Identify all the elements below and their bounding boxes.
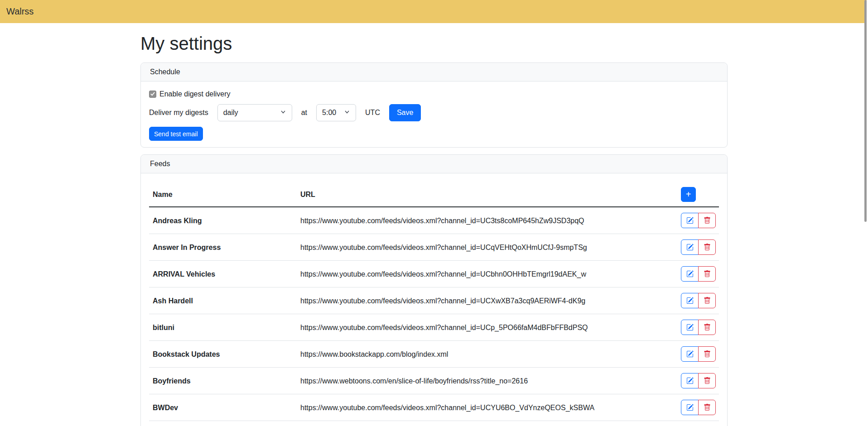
- trash-icon: [704, 244, 711, 251]
- edit-feed-button[interactable]: [681, 373, 699, 388]
- feed-row: Answer In Progress https://www.youtube.c…: [149, 234, 719, 261]
- trash-icon: [704, 377, 711, 384]
- feed-url: https://www.youtube.com/feeds/videos.xml…: [297, 394, 677, 421]
- main-container: My settings Schedule Enable digest deliv…: [140, 33, 728, 426]
- save-button[interactable]: Save: [389, 104, 421, 121]
- feeds-table-header-row: Name URL +: [149, 182, 719, 207]
- feeds-card-body: Name URL + Andreas Kling https://www.you…: [141, 173, 727, 426]
- trash-icon: [704, 297, 711, 304]
- feed-url: https://www.youtube.com/feeds/videos.xml…: [297, 421, 677, 426]
- trash-icon: [704, 350, 711, 358]
- send-test-email-button[interactable]: Send test email: [149, 127, 203, 141]
- delete-feed-button[interactable]: [698, 400, 716, 415]
- column-header-url: URL: [297, 182, 677, 207]
- trash-icon: [704, 270, 711, 278]
- column-header-name: Name: [149, 182, 297, 207]
- edit-feed-button[interactable]: [681, 400, 699, 415]
- feed-row: Bookstack Updates https://www.bookstacka…: [149, 341, 719, 368]
- frequency-select[interactable]: daily: [217, 104, 292, 121]
- feeds-card-header: Feeds: [141, 155, 727, 173]
- timezone-label: UTC: [365, 109, 380, 117]
- feed-name: Boyfriends: [149, 368, 297, 394]
- delete-feed-button[interactable]: [698, 346, 716, 362]
- time-select-value: 5:00: [322, 109, 336, 117]
- feed-row: ARRIVAL Vehicles https://www.youtube.com…: [149, 261, 719, 287]
- feed-name: Answer In Progress: [149, 234, 297, 261]
- edit-feed-button[interactable]: [681, 320, 699, 335]
- edit-feed-button[interactable]: [681, 293, 699, 308]
- pencil-square-icon: [686, 324, 694, 331]
- feed-name: Ash Hardell: [149, 287, 297, 314]
- feed-name: BWDev: [149, 394, 297, 421]
- edit-feed-button[interactable]: [681, 266, 699, 282]
- delete-feed-button[interactable]: [698, 266, 716, 282]
- feed-name: Andreas Kling: [149, 207, 297, 234]
- feed-url: https://www.youtube.com/feeds/videos.xml…: [297, 234, 677, 261]
- time-select[interactable]: 5:00: [316, 104, 356, 121]
- checkmark-icon: [150, 90, 155, 98]
- schedule-card-header: Schedule: [141, 63, 727, 81]
- feed-name: Bookstack Updates: [149, 341, 297, 368]
- feed-url: https://www.webtoons.com/en/slice-of-lif…: [297, 368, 677, 394]
- feed-url: https://www.bookstackapp.com/blog/index.…: [297, 341, 677, 368]
- enable-digest-checkbox[interactable]: [149, 91, 156, 98]
- brand-link[interactable]: Walrss: [6, 6, 34, 17]
- delete-feed-button[interactable]: [698, 239, 716, 255]
- frequency-select-value: daily: [223, 109, 238, 117]
- schedule-card-body: Enable digest delivery Deliver my digest…: [141, 81, 727, 147]
- enable-digest-label: Enable digest delivery: [159, 90, 231, 98]
- edit-feed-button[interactable]: [681, 346, 699, 362]
- scrollbar-thumb[interactable]: [864, 0, 867, 222]
- edit-feed-button[interactable]: [681, 213, 699, 228]
- trash-icon: [704, 324, 711, 331]
- feed-row: Computerphile https://www.youtube.com/fe…: [149, 421, 719, 426]
- feed-name: ARRIVAL Vehicles: [149, 261, 297, 287]
- feed-url: https://www.youtube.com/feeds/videos.xml…: [297, 207, 677, 234]
- schedule-card: Schedule Enable digest delivery Deliver …: [140, 62, 728, 148]
- feed-url: https://www.youtube.com/feeds/videos.xml…: [297, 314, 677, 341]
- delete-feed-button[interactable]: [698, 373, 716, 388]
- feed-url: https://www.youtube.com/feeds/videos.xml…: [297, 261, 677, 287]
- page-title: My settings: [140, 33, 728, 54]
- deliver-label: Deliver my digests: [149, 109, 208, 117]
- delete-feed-button[interactable]: [698, 293, 716, 308]
- pencil-square-icon: [686, 244, 694, 251]
- trash-icon: [704, 404, 711, 411]
- add-feed-button[interactable]: +: [681, 187, 696, 202]
- feed-row: Andreas Kling https://www.youtube.com/fe…: [149, 207, 719, 234]
- feed-row: Ash Hardell https://www.youtube.com/feed…: [149, 287, 719, 314]
- pencil-square-icon: [686, 297, 694, 304]
- pencil-square-icon: [686, 377, 694, 384]
- delete-feed-button[interactable]: [698, 213, 716, 228]
- pencil-square-icon: [686, 350, 694, 358]
- chevron-down-icon: [280, 109, 286, 117]
- trash-icon: [704, 217, 711, 224]
- pencil-square-icon: [686, 217, 694, 224]
- pencil-square-icon: [686, 404, 694, 411]
- feed-name: Computerphile: [149, 421, 297, 426]
- feeds-card: Feeds Name URL + Andreas Kling https://w…: [140, 154, 728, 426]
- feed-url: https://www.youtube.com/feeds/videos.xml…: [297, 287, 677, 314]
- pencil-square-icon: [686, 270, 694, 278]
- feed-row: BWDev https://www.youtube.com/feeds/vide…: [149, 394, 719, 421]
- chevron-down-icon: [344, 109, 350, 117]
- at-label: at: [301, 109, 307, 117]
- feed-row: Boyfriends https://www.webtoons.com/en/s…: [149, 368, 719, 394]
- edit-feed-button[interactable]: [681, 239, 699, 255]
- feed-row: bitluni https://www.youtube.com/feeds/vi…: [149, 314, 719, 341]
- delete-feed-button[interactable]: [698, 320, 716, 335]
- feeds-table: Name URL + Andreas Kling https://www.you…: [149, 182, 719, 426]
- feed-name: bitluni: [149, 314, 297, 341]
- app-navbar: Walrss: [0, 0, 868, 23]
